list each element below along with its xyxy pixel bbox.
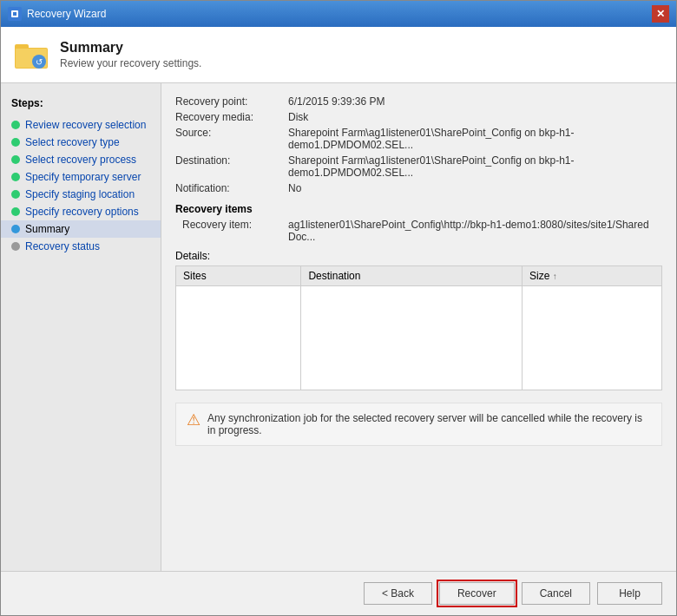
- main-content: Recovery point: 6/1/2015 9:39:36 PM Reco…: [161, 83, 676, 571]
- warning-text: Any synchronization job for the selected…: [207, 412, 651, 436]
- sidebar-item-label: Specify temporary server: [25, 171, 141, 183]
- col-sites: Sites: [176, 266, 301, 286]
- value-source: Sharepoint Farm\ag1listener01\SharePoint…: [288, 127, 662, 151]
- sidebar-item-specify-staging-location[interactable]: Specify staging location: [1, 186, 161, 203]
- sidebar: Steps: Review recovery selection Select …: [1, 83, 161, 571]
- header-title: Summary: [60, 40, 201, 56]
- sidebar-title: Steps:: [1, 94, 161, 116]
- value-destination: Sharepoint Farm\ag1listener01\SharePoint…: [288, 154, 662, 179]
- warning-box: ⚠ Any synchronization job for the select…: [175, 403, 662, 446]
- details-section: Details: Sites Destination Size: [175, 250, 662, 390]
- sidebar-item-label: Summary: [25, 223, 69, 235]
- info-row-destination: Destination: Sharepoint Farm\ag1listener…: [175, 154, 662, 179]
- label-notification: Notification:: [175, 182, 288, 194]
- details-table-body: [176, 286, 662, 390]
- window-title: Recovery Wizard: [27, 8, 106, 20]
- info-row-source: Source: Sharepoint Farm\ag1listener01\Sh…: [175, 127, 662, 151]
- sidebar-item-review-recovery-selection[interactable]: Review recovery selection: [1, 116, 161, 134]
- label-recovery-media: Recovery media:: [175, 111, 288, 123]
- value-recovery-media: Disk: [288, 111, 662, 123]
- cancel-button[interactable]: Cancel: [522, 582, 590, 605]
- table-row-empty: [176, 286, 662, 390]
- header-folder-icon: ↺: [15, 37, 49, 72]
- help-button[interactable]: Help: [597, 582, 662, 605]
- close-button[interactable]: ✕: [652, 5, 669, 23]
- info-row-recovery-item: Recovery item: ag1listener01\SharePoint_…: [175, 219, 662, 243]
- info-row-recovery-media: Recovery media: Disk: [175, 111, 662, 123]
- sidebar-item-label: Specify recovery options: [25, 206, 139, 218]
- sidebar-item-label: Review recovery selection: [25, 119, 146, 131]
- value-notification: No: [288, 182, 662, 194]
- recovery-items-section: Recovery items Recovery item: ag1listene…: [175, 203, 662, 243]
- details-table: Sites Destination Size ↑: [175, 265, 662, 390]
- title-bar: Recovery Wizard ✕: [1, 1, 676, 27]
- step-indicator: [11, 138, 20, 147]
- content-area: Steps: Review recovery selection Select …: [1, 83, 676, 571]
- step-indicator: [11, 242, 20, 251]
- label-destination: Destination:: [175, 154, 288, 179]
- step-indicator: [11, 121, 20, 129]
- sidebar-item-specify-recovery-options[interactable]: Specify recovery options: [1, 203, 161, 220]
- label-recovery-item: Recovery item:: [175, 219, 288, 243]
- warning-icon: ⚠: [187, 410, 200, 429]
- header-text: Summary Review your recovery settings.: [60, 40, 201, 69]
- sidebar-item-specify-temporary-server[interactable]: Specify temporary server: [1, 168, 161, 186]
- sidebar-item-label: Recovery status: [25, 240, 100, 252]
- back-button[interactable]: < Back: [364, 582, 432, 605]
- value-recovery-item: ag1listener01\SharePoint_Config\http://b…: [288, 219, 662, 243]
- info-row-recovery-point: Recovery point: 6/1/2015 9:39:36 PM: [175, 95, 662, 108]
- step-indicator: [11, 207, 20, 216]
- step-indicator: [11, 173, 20, 181]
- recover-button[interactable]: Recover: [439, 582, 515, 605]
- header-section: ↺ Summary Review your recovery settings.: [1, 27, 676, 83]
- info-row-notification: Notification: No: [175, 182, 662, 194]
- label-source: Source:: [175, 127, 288, 151]
- sidebar-item-select-recovery-type[interactable]: Select recovery type: [1, 134, 161, 151]
- details-label: Details:: [175, 250, 662, 262]
- sidebar-item-label: Select recovery type: [25, 136, 120, 148]
- step-indicator: [11, 155, 20, 164]
- label-recovery-point: Recovery point:: [175, 95, 288, 108]
- footer: < Back Recover Cancel Help: [1, 571, 676, 615]
- col-size: Size ↑: [523, 266, 662, 286]
- col-destination: Destination: [301, 266, 523, 286]
- header-subtitle: Review your recovery settings.: [60, 57, 201, 69]
- sidebar-item-summary[interactable]: Summary: [1, 220, 161, 238]
- sort-arrow-icon: ↑: [553, 272, 557, 281]
- step-indicator: [11, 190, 20, 199]
- app-icon: [8, 7, 22, 21]
- sidebar-item-recovery-status[interactable]: Recovery status: [1, 238, 161, 255]
- svg-text:↺: ↺: [36, 57, 43, 67]
- step-indicator: [11, 225, 20, 233]
- recovery-items-label: Recovery items: [175, 203, 662, 215]
- info-table: Recovery point: 6/1/2015 9:39:36 PM Reco…: [175, 95, 662, 194]
- sidebar-item-label: Specify staging location: [25, 188, 135, 200]
- value-recovery-point: 6/1/2015 9:39:36 PM: [288, 95, 662, 108]
- sidebar-item-select-recovery-process[interactable]: Select recovery process: [1, 151, 161, 168]
- sidebar-item-label: Select recovery process: [25, 154, 136, 166]
- recovery-wizard-window: Recovery Wizard ✕ ↺ Summary Review your …: [0, 0, 677, 616]
- title-bar-left: Recovery Wizard: [8, 7, 106, 21]
